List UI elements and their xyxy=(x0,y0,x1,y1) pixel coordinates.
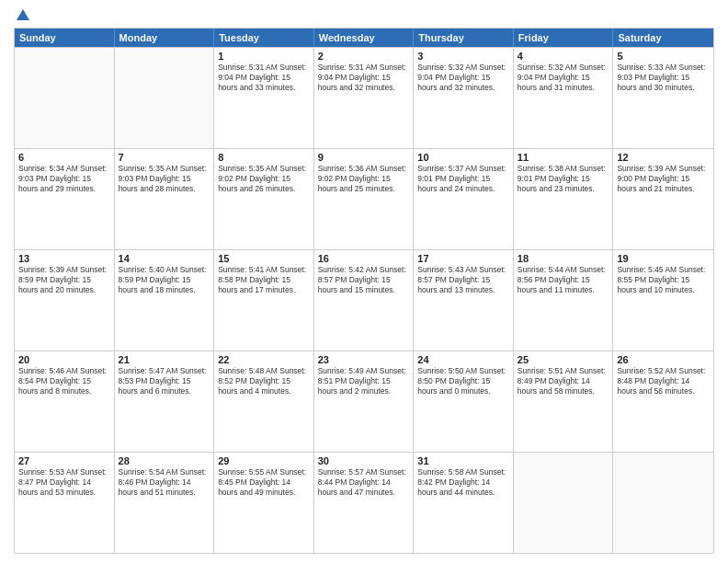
day-number: 17 xyxy=(417,253,509,264)
cal-cell-r4c5 xyxy=(514,453,614,553)
day-info: Sunrise: 5:39 AM Sunset: 8:59 PM Dayligh… xyxy=(18,265,110,295)
day-info: Sunrise: 5:53 AM Sunset: 8:47 PM Dayligh… xyxy=(18,467,110,498)
cal-cell-r1c2: 8Sunrise: 5:35 AM Sunset: 9:02 PM Daylig… xyxy=(214,149,314,249)
cal-cell-r1c1: 7Sunrise: 5:35 AM Sunset: 9:03 PM Daylig… xyxy=(115,149,215,249)
cal-cell-r0c6: 5Sunrise: 5:33 AM Sunset: 9:03 PM Daylig… xyxy=(613,48,713,148)
day-number: 4 xyxy=(518,51,609,62)
day-number: 1 xyxy=(218,51,310,62)
day-info: Sunrise: 5:54 AM Sunset: 8:46 PM Dayligh… xyxy=(119,467,210,498)
calendar-header-row: SundayMondayTuesdayWednesdayThursdayFrid… xyxy=(15,29,713,47)
cal-cell-r0c1 xyxy=(115,48,215,148)
cal-cell-r3c4: 24Sunrise: 5:50 AM Sunset: 8:50 PM Dayli… xyxy=(414,351,514,452)
cal-cell-r0c3: 2Sunrise: 5:31 AM Sunset: 9:04 PM Daylig… xyxy=(314,48,415,148)
day-number: 16 xyxy=(318,253,410,264)
day-info: Sunrise: 5:35 AM Sunset: 9:03 PM Dayligh… xyxy=(119,164,210,194)
day-info: Sunrise: 5:49 AM Sunset: 8:51 PM Dayligh… xyxy=(318,366,410,396)
cal-cell-r0c2: 1Sunrise: 5:31 AM Sunset: 9:04 PM Daylig… xyxy=(214,48,314,148)
day-info: Sunrise: 5:39 AM Sunset: 9:00 PM Dayligh… xyxy=(617,164,710,194)
cal-cell-r3c1: 21Sunrise: 5:47 AM Sunset: 8:53 PM Dayli… xyxy=(115,351,215,452)
day-info: Sunrise: 5:58 AM Sunset: 8:42 PM Dayligh… xyxy=(417,467,509,498)
cal-cell-r3c2: 22Sunrise: 5:48 AM Sunset: 8:52 PM Dayli… xyxy=(214,351,314,452)
cal-header-sunday: Sunday xyxy=(15,29,115,47)
day-info: Sunrise: 5:31 AM Sunset: 9:04 PM Dayligh… xyxy=(318,63,410,93)
day-number: 29 xyxy=(218,455,310,466)
day-info: Sunrise: 5:46 AM Sunset: 8:54 PM Dayligh… xyxy=(18,366,110,396)
day-info: Sunrise: 5:31 AM Sunset: 9:04 PM Dayligh… xyxy=(218,63,310,93)
cal-cell-r2c1: 14Sunrise: 5:40 AM Sunset: 8:59 PM Dayli… xyxy=(115,250,215,350)
day-number: 24 xyxy=(417,354,509,365)
day-number: 5 xyxy=(617,51,710,62)
cal-cell-r3c0: 20Sunrise: 5:46 AM Sunset: 8:54 PM Dayli… xyxy=(15,351,115,452)
logo xyxy=(14,9,31,20)
day-info: Sunrise: 5:45 AM Sunset: 8:55 PM Dayligh… xyxy=(617,265,710,295)
cal-cell-r1c0: 6Sunrise: 5:34 AM Sunset: 9:03 PM Daylig… xyxy=(15,149,115,249)
cal-header-friday: Friday xyxy=(514,29,614,47)
cal-cell-r4c3: 30Sunrise: 5:57 AM Sunset: 8:44 PM Dayli… xyxy=(314,453,415,553)
day-info: Sunrise: 5:48 AM Sunset: 8:52 PM Dayligh… xyxy=(218,366,310,396)
day-number: 6 xyxy=(18,152,110,163)
cal-cell-r3c3: 23Sunrise: 5:49 AM Sunset: 8:51 PM Dayli… xyxy=(314,351,415,452)
day-number: 28 xyxy=(119,455,210,466)
cal-cell-r0c0 xyxy=(15,48,115,148)
day-number: 11 xyxy=(518,152,609,163)
day-number: 23 xyxy=(318,354,410,365)
day-info: Sunrise: 5:40 AM Sunset: 8:59 PM Dayligh… xyxy=(119,265,210,295)
day-info: Sunrise: 5:37 AM Sunset: 9:01 PM Dayligh… xyxy=(417,164,509,194)
calendar: SundayMondayTuesdayWednesdayThursdayFrid… xyxy=(14,28,714,554)
day-info: Sunrise: 5:55 AM Sunset: 8:45 PM Dayligh… xyxy=(218,467,310,498)
day-info: Sunrise: 5:32 AM Sunset: 9:04 PM Dayligh… xyxy=(417,63,509,93)
day-info: Sunrise: 5:47 AM Sunset: 8:53 PM Dayligh… xyxy=(119,366,210,396)
cal-cell-r0c4: 3Sunrise: 5:32 AM Sunset: 9:04 PM Daylig… xyxy=(414,48,514,148)
cal-row-0: 1Sunrise: 5:31 AM Sunset: 9:04 PM Daylig… xyxy=(15,47,713,148)
svg-marker-0 xyxy=(17,9,29,20)
day-number: 19 xyxy=(617,253,710,264)
cal-cell-r2c4: 17Sunrise: 5:43 AM Sunset: 8:57 PM Dayli… xyxy=(414,250,514,350)
cal-header-wednesday: Wednesday xyxy=(314,29,415,47)
day-number: 13 xyxy=(18,253,110,264)
day-info: Sunrise: 5:50 AM Sunset: 8:50 PM Dayligh… xyxy=(417,366,509,396)
cal-cell-r4c4: 31Sunrise: 5:58 AM Sunset: 8:42 PM Dayli… xyxy=(414,453,514,553)
day-number: 2 xyxy=(318,51,410,62)
day-info: Sunrise: 5:34 AM Sunset: 9:03 PM Dayligh… xyxy=(18,164,110,194)
day-number: 20 xyxy=(18,354,110,365)
day-info: Sunrise: 5:41 AM Sunset: 8:58 PM Dayligh… xyxy=(218,265,310,295)
day-number: 30 xyxy=(318,455,410,466)
cal-header-thursday: Thursday xyxy=(414,29,514,47)
cal-cell-r1c3: 9Sunrise: 5:36 AM Sunset: 9:02 PM Daylig… xyxy=(314,149,415,249)
cal-cell-r1c4: 10Sunrise: 5:37 AM Sunset: 9:01 PM Dayli… xyxy=(414,149,514,249)
day-info: Sunrise: 5:35 AM Sunset: 9:02 PM Dayligh… xyxy=(218,164,310,194)
calendar-body: 1Sunrise: 5:31 AM Sunset: 9:04 PM Daylig… xyxy=(15,47,713,553)
day-info: Sunrise: 5:51 AM Sunset: 8:49 PM Dayligh… xyxy=(518,366,609,396)
cal-cell-r2c3: 16Sunrise: 5:42 AM Sunset: 8:57 PM Dayli… xyxy=(314,250,415,350)
day-number: 27 xyxy=(18,455,110,466)
day-number: 12 xyxy=(617,152,710,163)
cal-cell-r2c0: 13Sunrise: 5:39 AM Sunset: 8:59 PM Dayli… xyxy=(15,250,115,350)
day-number: 21 xyxy=(119,354,210,365)
day-info: Sunrise: 5:43 AM Sunset: 8:57 PM Dayligh… xyxy=(417,265,509,295)
cal-cell-r4c2: 29Sunrise: 5:55 AM Sunset: 8:45 PM Dayli… xyxy=(214,453,314,553)
cal-cell-r4c6 xyxy=(613,453,713,553)
header xyxy=(14,9,714,20)
day-number: 3 xyxy=(417,51,509,62)
cal-cell-r1c5: 11Sunrise: 5:38 AM Sunset: 9:01 PM Dayli… xyxy=(514,149,614,249)
day-info: Sunrise: 5:52 AM Sunset: 8:48 PM Dayligh… xyxy=(617,366,710,396)
day-number: 8 xyxy=(218,152,310,163)
cal-cell-r3c5: 25Sunrise: 5:51 AM Sunset: 8:49 PM Dayli… xyxy=(514,351,614,452)
cal-cell-r4c0: 27Sunrise: 5:53 AM Sunset: 8:47 PM Dayli… xyxy=(15,453,115,553)
day-info: Sunrise: 5:32 AM Sunset: 9:04 PM Dayligh… xyxy=(518,63,609,93)
day-info: Sunrise: 5:36 AM Sunset: 9:02 PM Dayligh… xyxy=(318,164,410,194)
day-info: Sunrise: 5:38 AM Sunset: 9:01 PM Dayligh… xyxy=(518,164,609,194)
day-number: 15 xyxy=(218,253,310,264)
day-number: 14 xyxy=(119,253,210,264)
day-number: 26 xyxy=(617,354,710,365)
cal-header-tuesday: Tuesday xyxy=(214,29,314,47)
cal-row-1: 6Sunrise: 5:34 AM Sunset: 9:03 PM Daylig… xyxy=(15,148,713,249)
cal-cell-r2c6: 19Sunrise: 5:45 AM Sunset: 8:55 PM Dayli… xyxy=(613,250,713,350)
day-number: 18 xyxy=(518,253,609,264)
day-info: Sunrise: 5:44 AM Sunset: 8:56 PM Dayligh… xyxy=(518,265,609,295)
day-info: Sunrise: 5:33 AM Sunset: 9:03 PM Dayligh… xyxy=(617,63,710,93)
day-number: 7 xyxy=(119,152,210,163)
cal-cell-r3c6: 26Sunrise: 5:52 AM Sunset: 8:48 PM Dayli… xyxy=(613,351,713,452)
cal-cell-r2c2: 15Sunrise: 5:41 AM Sunset: 8:58 PM Dayli… xyxy=(214,250,314,350)
cal-header-saturday: Saturday xyxy=(613,29,713,47)
